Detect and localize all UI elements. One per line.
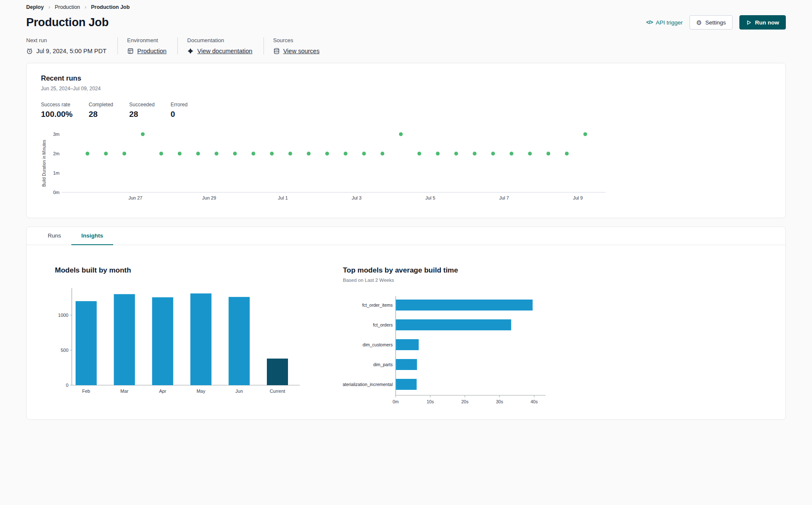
code-icon: </> xyxy=(646,19,653,25)
stat-succeeded: Succeeded28 xyxy=(129,102,155,119)
recent-runs-title: Recent runs xyxy=(41,74,771,82)
tab-runs[interactable]: Runs xyxy=(38,227,71,245)
play-icon xyxy=(746,20,752,25)
svg-text:dim_customers: dim_customers xyxy=(363,342,393,347)
stat-value: 28 xyxy=(89,110,113,119)
models-built-by-month-chart: Models built by month 05001000FebMarAprM… xyxy=(55,266,317,407)
svg-text:10s: 10s xyxy=(427,399,434,404)
gear-icon: ⚙ xyxy=(696,19,702,26)
page-header: Production Job </> API trigger ⚙ Setting… xyxy=(26,15,786,30)
svg-text:Current: Current xyxy=(270,389,285,394)
svg-text:Jun 27: Jun 27 xyxy=(128,195,142,200)
environment-label: Environment xyxy=(127,37,166,43)
api-trigger-label: API trigger xyxy=(656,19,683,26)
next-run-section: Next run Jul 9, 2024, 5:00 PM PDT xyxy=(26,37,117,54)
top-models-chart: Top models by average build time Based o… xyxy=(343,266,562,407)
build-duration-chart: 0m1m2m3mJun 27Jun 29Jul 1Jul 3Jul 5Jul 7… xyxy=(41,128,771,205)
stat-value: 0 xyxy=(171,110,187,119)
svg-text:Jul 5: Jul 5 xyxy=(426,195,435,200)
stat-completed: Completed28 xyxy=(89,102,113,119)
page: Deploy›Production›Production Job Product… xyxy=(0,0,812,420)
tab-bar: RunsInsights xyxy=(27,227,785,245)
top-models-title: Top models by average build time xyxy=(343,266,562,275)
run-now-label: Run now xyxy=(755,19,779,26)
sources-label: Sources xyxy=(273,37,320,43)
view-documentation-link[interactable]: View documentation xyxy=(197,48,252,54)
insights-panel: Models built by month 05001000FebMarAprM… xyxy=(27,245,785,407)
recent-runs-card: Recent runs Jun 25, 2024–Jul 09, 2024 Su… xyxy=(26,63,786,218)
breadcrumb-separator: › xyxy=(49,4,50,10)
svg-text:May: May xyxy=(196,389,205,394)
breadcrumb-item-production-job: Production Job xyxy=(91,4,130,10)
svg-text:materialization_incremental: materialization_incremental xyxy=(343,382,393,387)
documentation-section: Documentation View documentation xyxy=(177,37,263,54)
svg-text:Jul 9: Jul 9 xyxy=(573,195,583,200)
breadcrumb-separator: › xyxy=(84,4,86,10)
database-icon xyxy=(273,48,280,54)
stat-label: Errored xyxy=(171,102,187,108)
environment-link[interactable]: Production xyxy=(137,48,166,54)
stat-label: Success rate xyxy=(41,102,73,108)
breadcrumb: Deploy›Production›Production Job xyxy=(26,4,786,10)
documentation-label: Documentation xyxy=(187,37,252,43)
svg-text:500: 500 xyxy=(61,348,68,353)
svg-text:0: 0 xyxy=(66,383,68,388)
svg-text:Jun 29: Jun 29 xyxy=(202,195,216,200)
stat-value: 28 xyxy=(129,110,155,119)
view-sources-link[interactable]: View sources xyxy=(283,48,320,54)
settings-button[interactable]: ⚙ Settings xyxy=(690,15,733,30)
svg-text:0m: 0m xyxy=(53,190,60,195)
api-trigger-link[interactable]: </> API trigger xyxy=(646,19,683,26)
stat-label: Completed xyxy=(89,102,113,108)
models-built-title: Models built by month xyxy=(55,266,317,275)
docs-icon xyxy=(187,48,194,54)
svg-text:1m: 1m xyxy=(53,170,60,176)
stats-row: Success rate100.00%Completed28Succeeded2… xyxy=(41,102,771,119)
stat-errored: Errored0 xyxy=(171,102,187,119)
svg-text:Build Duration in Minutes: Build Duration in Minutes xyxy=(42,140,46,186)
next-run-value: Jul 9, 2024, 5:00 PM PDT xyxy=(36,48,106,54)
svg-text:30s: 30s xyxy=(496,399,503,404)
breadcrumb-item-production[interactable]: Production xyxy=(55,4,80,10)
svg-text:2m: 2m xyxy=(53,151,60,156)
svg-text:Jul 7: Jul 7 xyxy=(499,195,509,200)
next-run-label: Next run xyxy=(26,37,106,43)
sources-section: Sources View sources xyxy=(263,37,331,54)
svg-text:dim_parts: dim_parts xyxy=(373,362,393,367)
tab-insights[interactable]: Insights xyxy=(71,227,114,245)
svg-text:Feb: Feb xyxy=(82,389,90,394)
recent-runs-date-range: Jun 25, 2024–Jul 09, 2024 xyxy=(41,86,771,92)
stat-success-rate: Success rate100.00% xyxy=(41,102,73,119)
svg-text:Jul 3: Jul 3 xyxy=(352,195,361,200)
svg-text:20s: 20s xyxy=(462,399,469,404)
breadcrumb-item-deploy[interactable]: Deploy xyxy=(26,4,44,10)
tabs-card: RunsInsights Models built by month 05001… xyxy=(26,227,786,420)
svg-text:0m: 0m xyxy=(393,399,399,404)
settings-label: Settings xyxy=(705,19,726,26)
page-title: Production Job xyxy=(26,16,109,29)
clock-icon xyxy=(26,48,33,54)
svg-text:40s: 40s xyxy=(531,399,538,404)
info-bar: Next run Jul 9, 2024, 5:00 PM PDT Enviro… xyxy=(26,37,786,54)
svg-text:3m: 3m xyxy=(53,132,60,137)
run-now-button[interactable]: Run now xyxy=(739,15,786,30)
svg-text:fct_orders: fct_orders xyxy=(373,322,393,327)
svg-text:1000: 1000 xyxy=(58,313,68,318)
svg-text:Jul 1: Jul 1 xyxy=(278,195,288,200)
svg-text:fct_order_items: fct_order_items xyxy=(362,302,393,308)
top-models-subtitle: Based on Last 2 Weeks xyxy=(343,278,562,283)
stat-label: Succeeded xyxy=(129,102,155,108)
svg-text:Apr: Apr xyxy=(159,389,166,394)
environment-section: Environment Production xyxy=(117,37,177,54)
svg-text:Mar: Mar xyxy=(120,389,128,394)
header-actions: </> API trigger ⚙ Settings Run now xyxy=(646,15,786,30)
stat-value: 100.00% xyxy=(41,110,73,119)
environment-icon xyxy=(127,48,134,54)
svg-text:Jun: Jun xyxy=(236,389,243,394)
